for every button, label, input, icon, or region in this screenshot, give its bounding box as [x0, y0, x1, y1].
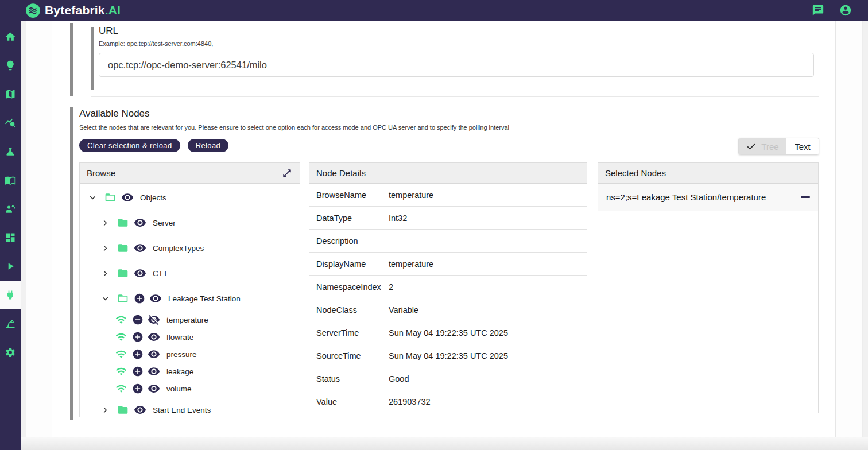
selected-nodes-panel-header: Selected Nodes [598, 163, 818, 184]
tree-item-label: flowrate [166, 333, 193, 342]
detail-value: Good [389, 374, 409, 383]
divider [91, 96, 819, 97]
plug-icon [5, 289, 16, 301]
detail-label: NamespaceIndex [309, 282, 389, 292]
add-node-icon[interactable] [134, 293, 145, 304]
flask-icon [5, 146, 16, 157]
selected-nodes-panel-title: Selected Nodes [605, 168, 666, 178]
add-node-icon[interactable] [132, 331, 144, 343]
reload-button[interactable]: Reload [188, 139, 229, 152]
chat-icon[interactable] [812, 4, 824, 17]
chevron-down-icon[interactable] [101, 294, 110, 303]
sidebar-item-map[interactable] [0, 80, 21, 108]
app-header: Bytefabrik.AI [0, 0, 868, 21]
wifi-icon [115, 314, 127, 325]
clear-selection-reload-button[interactable]: Clear selection & reload [79, 139, 180, 152]
tree-item-leakage-test-station[interactable]: Leakage Test Station [80, 286, 300, 311]
folder-icon [117, 267, 129, 279]
visibility-icon[interactable] [134, 404, 146, 416]
detail-value: temperature [389, 259, 433, 269]
chevron-right-icon[interactable] [101, 406, 110, 414]
sidebar-item-run[interactable] [0, 252, 21, 281]
visibility-icon[interactable] [134, 216, 146, 229]
actions-row: Clear selection & reload Reload [79, 139, 228, 152]
visibility-icon[interactable] [121, 191, 134, 204]
brand-waves-icon [25, 3, 41, 18]
tree-item-label: Leakage Test Station [168, 294, 241, 303]
visibility-icon[interactable] [148, 365, 160, 378]
browse-panel: Browse ObjectsServerComplexTypesCTTLeaka… [79, 162, 300, 417]
sidebar-item-documentation[interactable] [0, 166, 21, 195]
node-details-panel-header: Node Details [309, 163, 587, 184]
visibility-icon[interactable] [148, 382, 160, 395]
tree-item-start-end-events[interactable]: Start End Events [80, 397, 300, 417]
home-icon [5, 31, 16, 42]
sidebar-item-lab[interactable] [0, 137, 21, 166]
visibility-off-icon[interactable] [148, 313, 160, 326]
account-icon[interactable] [839, 4, 852, 17]
folder-icon [117, 404, 129, 416]
sidebar-item-engineering[interactable] [0, 195, 21, 223]
url-section-title: URL [99, 25, 118, 37]
sidebar-item-dashboard[interactable] [0, 223, 21, 252]
main-content: URL Example: opc.tcp://test-server.com:4… [21, 21, 868, 450]
sidebar-item-machines[interactable] [0, 309, 21, 338]
detail-label: Description [309, 236, 389, 246]
tree-item-objects[interactable]: Objects [80, 185, 300, 210]
detail-value: 261903732 [389, 397, 431, 406]
sidebar-item-settings[interactable] [0, 338, 21, 367]
folder-icon [117, 217, 129, 228]
divider [70, 421, 819, 421]
chevron-down-icon[interactable] [88, 193, 97, 202]
sidebar-item-analytics[interactable] [0, 108, 21, 137]
tree-item-pressure[interactable]: pressure [80, 346, 300, 363]
tree-item-label: Server [153, 219, 176, 227]
toggle-text-option[interactable]: Text [786, 138, 819, 154]
tree-item-leakage[interactable]: leakage [80, 363, 300, 380]
sidebar-item-ideas[interactable] [0, 51, 21, 80]
node-details-row: StatusGood [309, 367, 587, 390]
tree-item-flowrate[interactable]: flowrate [80, 328, 300, 346]
divider [70, 104, 819, 104]
visibility-icon[interactable] [149, 292, 162, 305]
tree-item-volume[interactable]: volume [80, 380, 300, 397]
sidebar-item-home[interactable] [0, 22, 21, 51]
browse-panel-title: Browse [87, 168, 115, 178]
wifi-icon [115, 383, 127, 394]
detail-label: Value [309, 397, 389, 406]
visibility-icon[interactable] [148, 331, 160, 343]
detail-value: temperature [389, 191, 433, 200]
tree-item-ctt[interactable]: CTT [80, 261, 300, 286]
visibility-icon[interactable] [148, 348, 160, 360]
node-details-panel-title: Node Details [316, 168, 366, 178]
expand-icon[interactable] [281, 168, 293, 179]
node-details-row: NamespaceIndex2 [309, 276, 587, 298]
remove-node-icon[interactable] [132, 314, 144, 325]
add-node-icon[interactable] [132, 366, 144, 377]
tree-item-server[interactable]: Server [80, 210, 300, 235]
node-details-row: SourceTimeSun May 04 19:22:35 UTC 2025 [309, 344, 587, 367]
chevron-right-icon[interactable] [101, 244, 110, 253]
chevron-right-icon[interactable] [101, 269, 110, 278]
browse-panel-header: Browse [80, 163, 300, 184]
tree-item-label: leakage [166, 367, 193, 376]
visibility-icon[interactable] [134, 242, 146, 254]
tree-item-temperature[interactable]: temperature [80, 311, 300, 328]
remove-selected-node-icon[interactable] [801, 196, 810, 198]
tree-item-complextypes[interactable]: ComplexTypes [80, 235, 300, 261]
toggle-tree-option[interactable]: Tree [739, 138, 786, 154]
add-node-icon[interactable] [132, 383, 144, 394]
selected-node-row: ns=2;s=Leakage Test Station/temperature [598, 184, 818, 211]
header-actions [812, 4, 852, 17]
check-icon [746, 142, 756, 152]
visibility-icon[interactable] [134, 267, 146, 280]
node-details-row: Value261903732 [309, 390, 587, 413]
sidebar-item-connections[interactable] [0, 281, 21, 309]
node-details-row: BrowseNametemperature [309, 184, 587, 207]
url-input[interactable] [99, 53, 814, 77]
add-node-icon[interactable] [132, 348, 144, 360]
wifi-icon [115, 366, 127, 377]
chevron-right-icon[interactable] [101, 219, 110, 227]
detail-label: BrowseName [309, 191, 389, 200]
node-details-row: NodeClassVariable [309, 298, 587, 321]
